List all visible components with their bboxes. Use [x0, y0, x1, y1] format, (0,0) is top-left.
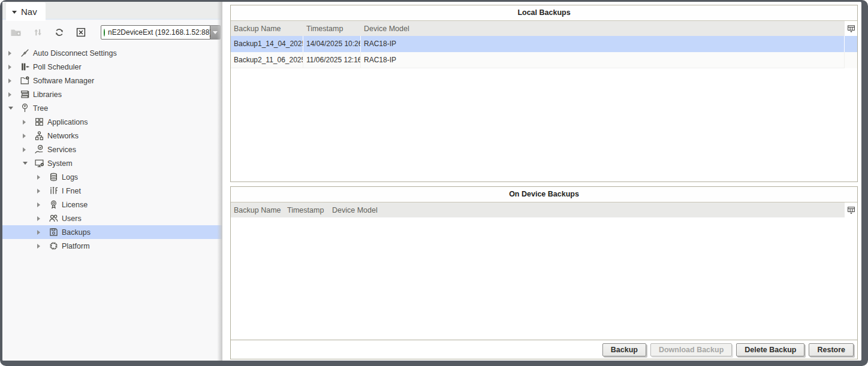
column-header-device-model[interactable]: Device Model: [329, 206, 845, 214]
tree-item-license[interactable]: License: [2, 198, 222, 211]
expander-icon[interactable]: [8, 92, 17, 97]
cell-timestamp: 14/04/2025 10:26: [303, 36, 361, 52]
column-chooser-icon: [847, 25, 855, 33]
sort-arrows-icon[interactable]: [31, 26, 44, 39]
window-body: Nav nE2DeviceExt (192.168.1.52:88): [2, 2, 861, 361]
device-selector-dropdown-button[interactable]: [210, 25, 221, 40]
tree-item-label: Platform: [62, 242, 90, 250]
tree-item-backups[interactable]: Backups: [2, 225, 222, 239]
nav-tab-label: Nav: [21, 7, 37, 17]
tree-item-services[interactable]: Services: [2, 143, 222, 156]
tree-item-label: Applications: [47, 118, 88, 126]
column-header-device-model[interactable]: Device Model: [361, 25, 845, 33]
expander-icon[interactable]: [8, 78, 17, 83]
tree-item-label: Services: [47, 146, 76, 154]
table-row[interactable]: Backup2_11_06_2025 11/06/2025 12:16 RAC1…: [231, 52, 857, 68]
tree-item-label: Users: [62, 214, 82, 223]
column-header-timestamp[interactable]: Timestamp: [284, 206, 329, 214]
expander-icon[interactable]: [37, 216, 46, 221]
device-selector-label: nE2DeviceExt (192.168.1.52:88): [108, 28, 212, 37]
tree-item-auto-disconnect-settings[interactable]: Auto Disconnect Settings: [2, 46, 222, 60]
expander-icon[interactable]: [37, 244, 46, 249]
expander-icon[interactable]: [23, 147, 31, 152]
expander-icon[interactable]: [37, 230, 46, 235]
tree-item-networks[interactable]: Networks: [2, 129, 222, 143]
cell-device-model: RAC18-IP: [361, 52, 845, 68]
cell-device-model: RAC18-IP: [361, 36, 845, 52]
tree-item-label: Backups: [62, 228, 91, 237]
software-manager-icon: [20, 75, 30, 86]
nav-tree: Auto Disconnect Settings Poll Scheduler …: [2, 46, 222, 253]
device-selector-field[interactable]: nE2DeviceExt (192.168.1.52:88): [101, 25, 210, 40]
tree-item-label: Logs: [62, 173, 78, 182]
system-icon: [34, 158, 44, 168]
cell-backup-name: Backup1_14_04_2025: [231, 36, 303, 52]
users-icon: [49, 213, 59, 223]
tree-item-label: License: [62, 201, 88, 209]
device-selector[interactable]: nE2DeviceExt (192.168.1.52:88): [101, 25, 221, 40]
column-header-backup-name[interactable]: Backup Name: [231, 206, 284, 214]
tree-item-poll-scheduler[interactable]: Poll Scheduler: [2, 60, 222, 74]
tree-item-software-manager[interactable]: Software Manager: [2, 74, 222, 87]
open-folder-icon[interactable]: [10, 26, 23, 39]
cell-timestamp: 11/06/2025 12:16: [303, 52, 361, 68]
chevron-down-icon: [213, 31, 218, 34]
cell-backup-name: Backup2_11_06_2025: [231, 52, 303, 68]
services-icon: [34, 144, 44, 155]
on-device-backups-title: On Device Backups: [231, 187, 857, 202]
nav-toolbar: nE2DeviceExt (192.168.1.52:88): [2, 22, 222, 43]
app-window: Nav nE2DeviceExt (192.168.1.52:88): [0, 0, 868, 366]
tree-item-platform[interactable]: Platform: [2, 239, 222, 253]
auto-disconnect-icon: [20, 48, 30, 58]
expander-icon[interactable]: [8, 107, 17, 110]
refresh-icon[interactable]: [53, 26, 66, 39]
tree-item-label: Poll Scheduler: [33, 63, 82, 71]
expander-icon[interactable]: [37, 202, 46, 207]
on-device-backups-panel: On Device Backups Backup Name Timestamp …: [230, 186, 858, 340]
platform-icon: [49, 241, 59, 251]
expander-icon[interactable]: [8, 65, 17, 69]
poll-scheduler-icon: [20, 62, 30, 72]
license-icon: [49, 199, 59, 210]
delete-backup-button[interactable]: Delete Backup: [736, 343, 804, 356]
close-icon[interactable]: [74, 26, 88, 39]
nav-tabbar: Nav: [2, 2, 222, 20]
tree-item-label: Libraries: [33, 90, 62, 99]
expander-icon[interactable]: [37, 189, 46, 193]
table-row[interactable]: Backup1_14_04_2025 14/04/2025 10:26 RAC1…: [231, 36, 857, 52]
tree-item-libraries[interactable]: Libraries: [2, 87, 222, 101]
tree-item-ifnet[interactable]: I Fnet: [2, 184, 222, 198]
local-backups-header: Backup Name Timestamp Device Model: [231, 21, 857, 36]
logs-icon: [49, 172, 59, 182]
restore-button[interactable]: Restore: [809, 343, 854, 356]
tree-item-logs[interactable]: Logs: [2, 170, 222, 184]
expander-icon[interactable]: [23, 162, 31, 165]
column-header-backup-name[interactable]: Backup Name: [231, 25, 303, 33]
expander-icon[interactable]: [37, 175, 46, 180]
tree-item-label: Tree: [33, 104, 48, 113]
download-backup-button[interactable]: Download Backup: [650, 343, 732, 356]
nav-tab[interactable]: Nav: [6, 2, 46, 21]
tree-item-tree[interactable]: Tree: [2, 101, 222, 115]
backup-view: Local Backups Backup Name Timestamp Devi…: [230, 5, 858, 359]
applications-icon: [34, 117, 44, 127]
column-header-timestamp[interactable]: Timestamp: [303, 25, 361, 33]
networks-icon: [34, 131, 44, 141]
column-chooser-button[interactable]: [845, 202, 857, 217]
expander-icon[interactable]: [8, 51, 17, 56]
tree-item-label: Software Manager: [33, 77, 94, 85]
action-bar: Backup Download Backup Delete Backup Res…: [230, 340, 858, 359]
nav-pane: Nav nE2DeviceExt (192.168.1.52:88): [2, 2, 222, 361]
tree-item-system[interactable]: System: [2, 156, 222, 170]
local-backups-title: Local Backups: [231, 5, 857, 21]
libraries-icon: [20, 89, 30, 99]
column-chooser-button[interactable]: [845, 21, 857, 36]
backup-button[interactable]: Backup: [602, 343, 646, 356]
tree-item-users[interactable]: Users: [2, 211, 222, 225]
column-chooser-icon: [847, 206, 855, 214]
expander-icon[interactable]: [23, 120, 31, 125]
panel-divider: [230, 182, 858, 186]
expander-icon[interactable]: [23, 134, 31, 138]
tree-item-label: Networks: [47, 132, 79, 140]
tree-item-applications[interactable]: Applications: [2, 115, 222, 129]
